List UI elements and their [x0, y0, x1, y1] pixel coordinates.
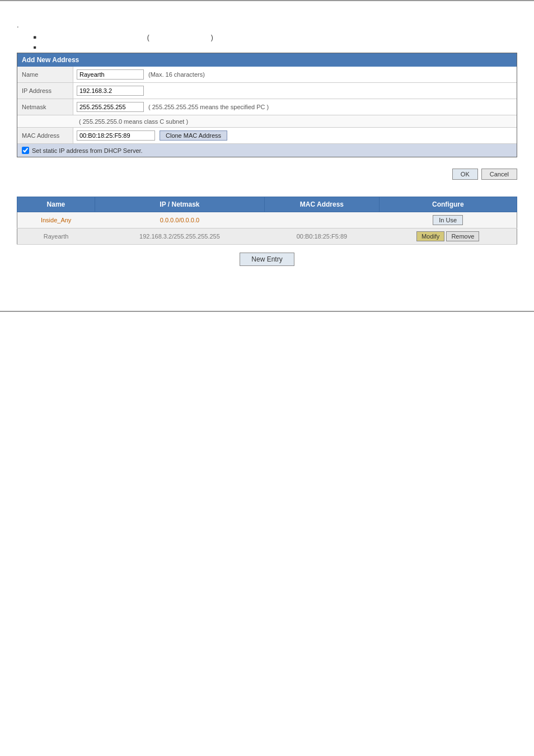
checkbox-row: Set static IP address from DHCP Server.: [17, 144, 517, 157]
form-header: Add New Address: [17, 53, 517, 67]
ip-input[interactable]: [77, 86, 144, 96]
cell-configure: Modify Remove: [379, 228, 517, 245]
col-mac: MAC Address: [265, 197, 380, 212]
table-row: Rayearth 192.168.3.2/255.255.255.255 00:…: [17, 228, 517, 245]
mac-input-cell: Clone MAC Address: [73, 129, 517, 142]
netmask-input[interactable]: [77, 102, 144, 112]
name-input-cell: (Max. 16 characters): [73, 68, 517, 81]
cell-mac: 00:B0:18:25:F5:89: [265, 228, 380, 245]
cell-name: Inside_Any: [17, 212, 95, 228]
netmask-input-cell: ( 255.255.255.255 means the specified PC…: [73, 100, 517, 114]
col-ip-netmask: IP / Netmask: [95, 197, 264, 212]
ip-label: IP Address: [17, 83, 73, 99]
col-configure: Configure: [379, 197, 517, 212]
cell-ip: 192.168.3.2/255.255.255.255: [95, 228, 264, 245]
netmask-hint2-row: ( 255.255.255.0 means class C subnet ): [17, 115, 517, 128]
netmask-row: Netmask ( 255.255.255.255 means the spec…: [17, 99, 517, 115]
cancel-button[interactable]: Cancel: [481, 169, 517, 180]
netmask-label: Netmask: [17, 99, 73, 115]
mac-label: MAC Address: [17, 128, 73, 143]
in-use-button[interactable]: In Use: [433, 215, 463, 225]
name-label: Name: [17, 67, 73, 82]
clone-mac-button[interactable]: Clone MAC Address: [160, 130, 227, 141]
cell-ip: 0.0.0.0/0.0.0.0: [95, 212, 264, 228]
mac-input[interactable]: [77, 130, 155, 141]
cell-mac: [265, 212, 380, 228]
ip-row: IP Address: [17, 83, 517, 99]
static-ip-checkbox[interactable]: [22, 147, 29, 154]
action-buttons: OK Cancel: [17, 169, 517, 180]
ok-button[interactable]: OK: [452, 169, 478, 180]
name-input[interactable]: [77, 69, 144, 80]
dot: .: [17, 21, 517, 29]
address-table: Name IP / Netmask MAC Address Configure …: [17, 197, 517, 245]
col-name: Name: [17, 197, 95, 212]
name-row: Name (Max. 16 characters): [17, 67, 517, 83]
new-entry-button[interactable]: New Entry: [240, 253, 294, 266]
mac-row: MAC Address Clone MAC Address: [17, 128, 517, 144]
table-header-row: Name IP / Netmask MAC Address Configure: [17, 197, 517, 212]
new-entry-row: New Entry: [17, 253, 517, 266]
bullet-list: ( ): [34, 34, 517, 41]
netmask-hint1: ( 255.255.255.255 means the specified PC…: [148, 104, 269, 110]
modify-button[interactable]: Modify: [416, 231, 444, 241]
list-item: ( ): [34, 34, 517, 41]
cell-configure: In Use: [379, 212, 517, 228]
add-new-address-form: Add New Address Name (Max. 16 characters…: [17, 53, 517, 157]
checkbox-label: Set static IP address from DHCP Server.: [32, 147, 143, 154]
bullet-section: . ( ): [17, 21, 517, 41]
netmask-hint2: ( 255.255.255.0 means class C subnet ): [79, 118, 188, 125]
table-row: Inside_Any 0.0.0.0/0.0.0.0 In Use: [17, 212, 517, 228]
name-hint: (Max. 16 characters): [148, 71, 205, 78]
ip-input-cell: [73, 84, 517, 97]
cell-name: Rayearth: [17, 228, 95, 245]
remove-button[interactable]: Remove: [446, 231, 479, 241]
